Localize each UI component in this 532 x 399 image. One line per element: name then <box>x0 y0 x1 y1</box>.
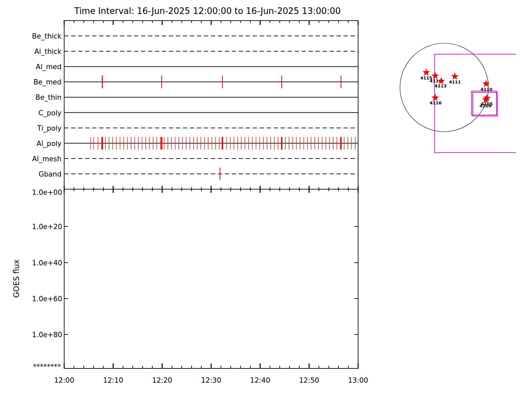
goes-ytick-overflow-label: ******** <box>33 363 61 371</box>
filter-row-label-Be_med: Be_med <box>33 78 62 86</box>
filter-row-label-Al_thick: Al_thick <box>34 48 62 56</box>
filter-row-label-Be_thick: Be_thick <box>32 32 62 41</box>
x-axis-label: 12:10 <box>103 376 123 384</box>
plot-window: Time Interval: 16-Jun-2025 12:00:00 to 1… <box>0 0 532 399</box>
x-axis-label: 12:40 <box>250 376 270 384</box>
plot-title: Time Interval: 16-Jun-2025 12:00:00 to 1… <box>74 6 340 16</box>
filter-row-label-Gband: Gband <box>39 170 62 178</box>
filter-row-label-Al_poly: Al_poly <box>37 140 62 148</box>
goes-ytick-label: 1.0e+00 <box>32 189 62 197</box>
filter-row-label-Be_thin: Be_thin <box>35 93 62 102</box>
goes-ytick-label: 1.0e+20 <box>32 223 62 231</box>
x-axis-label: 12:50 <box>299 376 319 384</box>
filter-row-label-C_poly: C_poly <box>38 109 62 117</box>
active-region-label-4116: 4116 <box>430 100 442 105</box>
x-axis-label: 12:30 <box>201 376 221 384</box>
active-region-label-4111: 4111 <box>449 79 461 84</box>
filter-row-label-Al_med: Al_med <box>36 63 62 71</box>
x-axis-label: 12:00 <box>54 376 74 384</box>
x-axis-label: 13:00 <box>348 376 368 384</box>
goes-yaxis-title: GOES flux <box>12 259 21 298</box>
filter-row-label-Ti_poly: Ti_poly <box>37 124 62 133</box>
active-region-label-4113: 4113 <box>435 83 447 88</box>
x-axis-label: 12:20 <box>152 376 172 384</box>
active-region-label-4109: 4109 <box>479 103 491 108</box>
goes-ytick-label: 1.0e+60 <box>32 295 62 303</box>
filter-row-label-Al_mesh: Al_mesh <box>32 155 62 163</box>
goes-ytick-label: 1.0e+80 <box>32 331 62 339</box>
active-region-label-4110: 4110 <box>480 87 492 92</box>
plot-background <box>0 0 532 399</box>
plot-canvas: Time Interval: 16-Jun-2025 12:00:00 to 1… <box>0 0 532 399</box>
goes-ytick-label: 1.0e+40 <box>32 259 62 267</box>
